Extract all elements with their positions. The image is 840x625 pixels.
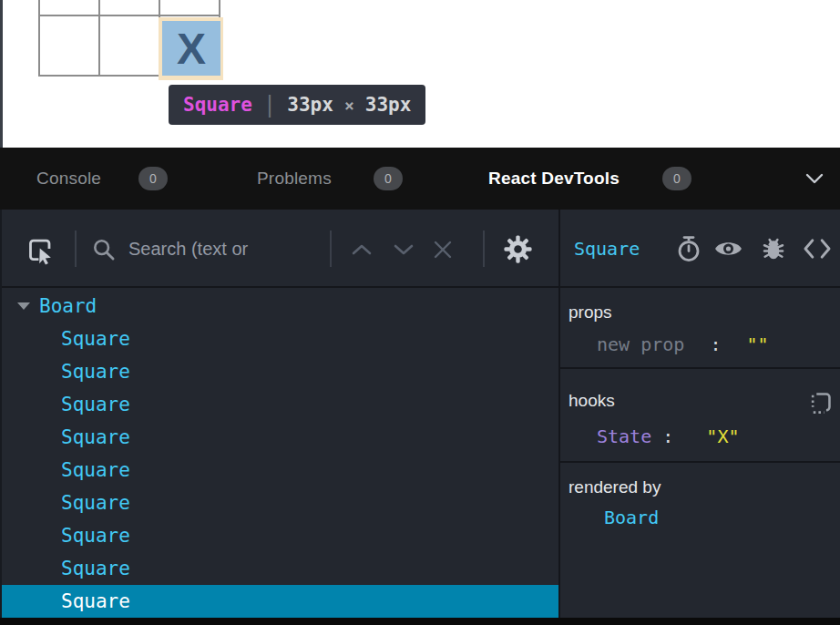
tree-item-label: Square xyxy=(61,328,130,350)
tooltip-times: × xyxy=(344,96,354,115)
search-icon xyxy=(92,238,116,261)
window-left-edge xyxy=(0,0,3,148)
devtools-window: X Square | 33px × 33px Console 0 Problem… xyxy=(0,0,840,625)
tab-react-devtools[interactable]: React DevTools xyxy=(488,148,620,210)
tree-row-board[interactable]: Board xyxy=(0,290,558,323)
inspector-pane: Square xyxy=(560,210,840,618)
components-pane: Board Square Square Square Square Square… xyxy=(0,210,558,618)
board-cell[interactable] xyxy=(100,16,159,75)
chevron-up-icon[interactable] xyxy=(351,243,373,256)
tree-item-label: Square xyxy=(61,492,130,514)
toolbar-divider xyxy=(330,231,332,267)
chevron-down-icon[interactable] xyxy=(805,173,824,185)
prop-value[interactable]: "" xyxy=(746,333,768,355)
triangle-down-icon[interactable] xyxy=(17,302,30,310)
parse-hook-names-icon[interactable] xyxy=(809,391,833,415)
board-cell[interactable] xyxy=(160,0,219,15)
tree-row-square[interactable]: Square xyxy=(0,552,558,585)
board-cell[interactable] xyxy=(40,0,98,15)
eye-icon[interactable] xyxy=(713,237,743,261)
tab-console[interactable]: Console xyxy=(36,148,101,210)
props-row: new prop : "" xyxy=(597,333,769,355)
tree-row-square[interactable]: Square xyxy=(0,323,558,355)
hooks-section: hooks State : "X" xyxy=(560,371,840,463)
stopwatch-icon[interactable] xyxy=(675,235,702,262)
state-hook-value[interactable]: "X" xyxy=(706,425,739,447)
inspect-tooltip: Square | 33px × 33px xyxy=(169,85,425,125)
tooltip-separator: | xyxy=(263,92,276,118)
tree-row-square[interactable]: Square xyxy=(0,388,558,421)
tooltip-height: 33px xyxy=(365,94,412,116)
tree-item-label: Square xyxy=(61,558,130,579)
gear-icon[interactable] xyxy=(503,234,533,264)
tab-console-badge: 0 xyxy=(138,167,168,190)
tree-row-square[interactable]: Square xyxy=(0,355,558,388)
toolbar-divider xyxy=(483,231,485,267)
toolbar-divider xyxy=(75,231,77,267)
props-title: props xyxy=(569,302,612,323)
tree-item-label: Square xyxy=(61,525,130,547)
new-prop-field[interactable]: new prop xyxy=(597,333,684,355)
tree-item-label: Square xyxy=(61,590,130,612)
tree-row-square[interactable]: Square xyxy=(0,454,558,487)
inspect-highlight-fill: X xyxy=(162,21,220,76)
components-toolbar xyxy=(0,210,558,288)
tree-item-label: Square xyxy=(61,361,130,383)
rendered-by-title: rendered by xyxy=(569,477,661,497)
inspector-header: Square xyxy=(560,210,840,288)
tree-row-square-selected[interactable]: Square xyxy=(0,585,558,618)
tab-problems[interactable]: Problems xyxy=(257,148,332,210)
hooks-title: hooks xyxy=(569,391,615,411)
tree-row-square[interactable]: Square xyxy=(0,421,558,454)
board-cell[interactable] xyxy=(40,16,98,75)
search-input[interactable] xyxy=(128,233,322,264)
inspected-page: X Square | 33px × 33px xyxy=(0,0,840,148)
tree-item-label: Square xyxy=(61,426,130,448)
props-section: props new prop : "" xyxy=(560,290,840,369)
rendered-by-section: rendered by Board xyxy=(560,465,840,618)
tab-react-devtools-badge: 0 xyxy=(662,167,691,190)
state-hook-label: State xyxy=(597,425,651,447)
panel-left-edge xyxy=(0,210,2,618)
tree-row-square[interactable]: Square xyxy=(0,519,558,552)
tree-row-square[interactable]: Square xyxy=(0,487,558,519)
hooks-row: State : "X" xyxy=(597,425,739,447)
tab-problems-badge: 0 xyxy=(374,167,403,190)
tree-item-label: Square xyxy=(61,394,130,415)
rendered-by-owner-link[interactable]: Board xyxy=(604,507,659,528)
window-bottom-edge xyxy=(0,618,840,625)
board-cell[interactable] xyxy=(100,0,159,15)
component-tree: Board Square Square Square Square Square… xyxy=(0,290,558,618)
chevron-down-icon[interactable] xyxy=(393,243,415,256)
react-devtools-panel: Board Square Square Square Square Square… xyxy=(0,210,840,618)
tooltip-width: 33px xyxy=(287,94,333,116)
inspect-element-icon[interactable] xyxy=(26,236,56,265)
selected-component-name: Square xyxy=(574,210,640,288)
inspect-highlight-ring: X xyxy=(159,17,223,80)
tree-item-label: Square xyxy=(61,459,130,481)
bug-icon[interactable] xyxy=(760,235,787,262)
devtools-tab-bar: Console 0 Problems 0 React DevTools 0 xyxy=(0,148,840,210)
code-brackets-icon[interactable] xyxy=(802,237,833,261)
tooltip-component-name: Square xyxy=(183,94,252,116)
tree-item-label: Board xyxy=(39,295,97,317)
close-icon[interactable] xyxy=(431,238,455,261)
